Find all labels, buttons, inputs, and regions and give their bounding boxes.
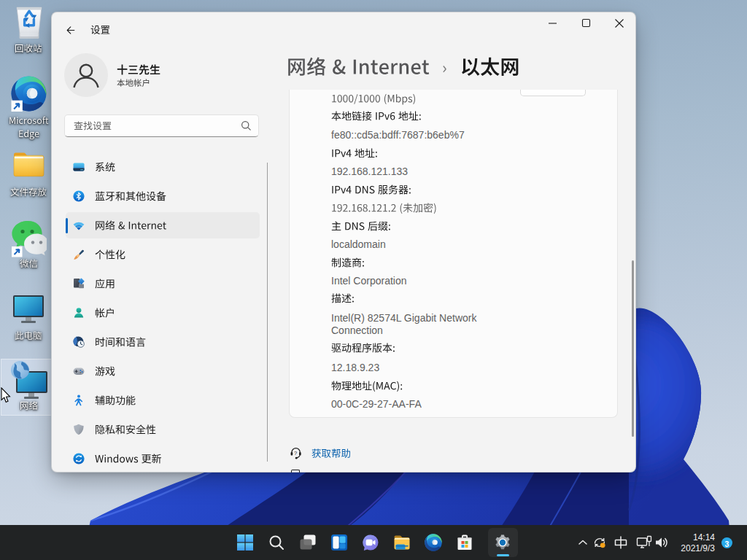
svg-text:?: ? [294, 450, 297, 456]
